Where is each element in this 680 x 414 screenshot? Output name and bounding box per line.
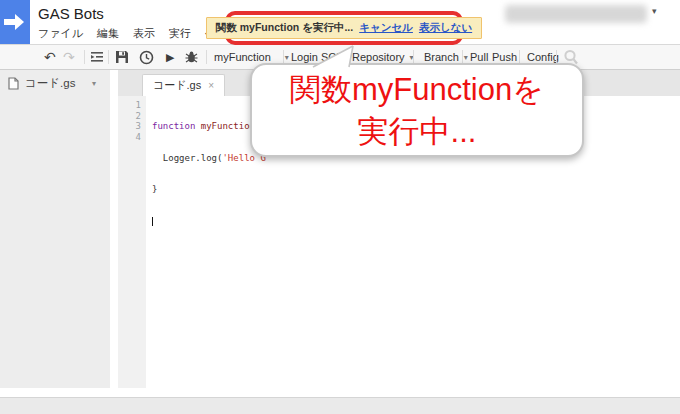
undo-button[interactable]: ↶ — [44, 45, 56, 69]
branch-caret-icon: ▾ — [464, 53, 468, 62]
undo-icon: ↶ — [44, 49, 56, 65]
menu-file[interactable]: ファイル — [38, 26, 83, 41]
notification-message: 関数 myFunction を実行中... — [216, 21, 353, 33]
debug-button[interactable] — [184, 45, 199, 69]
line-number: 1 — [118, 100, 146, 111]
file-menu-caret-icon[interactable]: ▾ — [92, 79, 96, 88]
gas-editor-window: GAS Bots ファイル 編集 表示 実行 公開 リソース ▾ 関数 myFu… — [0, 0, 680, 414]
red-highlight-annotation: 関数 myFunction を実行中...キャンセル表示しない — [225, 11, 463, 45]
triggers-button[interactable] — [139, 45, 154, 69]
line-number: 2 — [118, 111, 146, 122]
cancel-link[interactable]: キャンセル — [359, 21, 413, 33]
menu-view[interactable]: 表示 — [133, 26, 155, 41]
text-cursor — [152, 217, 153, 226]
notification-bar: 関数 myFunction を実行中...キャンセル表示しない — [206, 17, 482, 39]
callout-line-1: 関数myFunctionを — [252, 69, 582, 111]
indent-button[interactable] — [90, 45, 104, 69]
clock-icon — [139, 50, 154, 65]
running-callout-bubble: 関数myFunctionを 実行中... — [250, 63, 584, 157]
file-name: コード.gs — [25, 76, 75, 91]
apps-script-logo[interactable] — [0, 0, 30, 44]
dismiss-link[interactable]: 表示しない — [419, 21, 472, 33]
sidebar-item-code-gs[interactable]: コード.gs ▾ — [0, 70, 110, 96]
line-number-gutter: 1 2 3 4 — [118, 96, 146, 388]
project-title[interactable]: GAS Bots — [38, 5, 104, 22]
tab-label: コード.gs — [153, 78, 201, 93]
indent-icon — [90, 51, 104, 63]
sidebar-splitter[interactable] — [110, 70, 118, 388]
file-icon — [8, 77, 19, 90]
function-select-caret-icon: ▾ — [285, 53, 289, 62]
menu-run[interactable]: 実行 — [169, 26, 191, 41]
callout-tail — [303, 44, 365, 70]
tab-close-icon[interactable]: × — [208, 80, 214, 91]
function-select-value: myFunction — [214, 51, 271, 63]
line-number: 4 — [118, 132, 146, 143]
redo-icon: ↷ — [63, 49, 75, 65]
code-line-3: } — [152, 184, 277, 195]
run-button[interactable]: ▶ — [166, 45, 174, 69]
account-chevron-down-icon[interactable]: ▾ — [652, 6, 657, 16]
code-line-4 — [152, 216, 277, 227]
redo-button[interactable]: ↷ — [63, 45, 75, 69]
callout-line-2: 実行中... — [252, 111, 582, 153]
status-footer — [0, 397, 680, 414]
bug-icon — [184, 50, 199, 64]
files-sidebar: コード.gs ▾ — [0, 70, 110, 388]
line-number: 3 — [118, 121, 146, 132]
account-email-redacted[interactable] — [505, 5, 647, 23]
menu-edit[interactable]: 編集 — [97, 26, 119, 41]
run-icon: ▶ — [166, 51, 174, 64]
tab-code-gs[interactable]: コード.gs × — [142, 74, 225, 96]
save-icon — [115, 50, 129, 64]
save-button[interactable] — [115, 45, 129, 69]
